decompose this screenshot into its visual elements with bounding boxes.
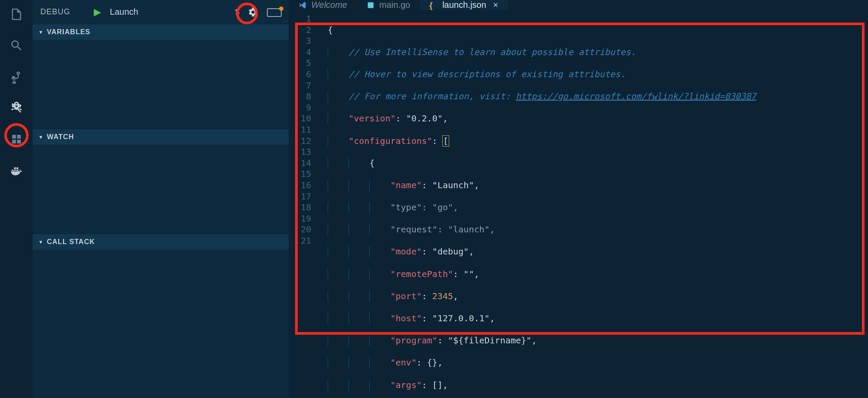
activity-bar bbox=[0, 0, 33, 398]
gear-icon[interactable] bbox=[248, 7, 258, 17]
debug-console-icon[interactable] bbox=[267, 8, 281, 16]
extensions-icon[interactable] bbox=[9, 131, 24, 147]
config-stepper[interactable]: ⇅ bbox=[233, 8, 242, 16]
variables-section: VARIABLES bbox=[33, 24, 289, 40]
tab-label: Welcome bbox=[311, 0, 347, 10]
search-icon[interactable] bbox=[9, 38, 24, 53]
tab-bar: Welcome main.go { } launch.json × bbox=[289, 0, 868, 10]
watch-section: WATCH bbox=[33, 129, 289, 145]
go-file-icon bbox=[366, 1, 375, 10]
debug-icon[interactable] bbox=[9, 100, 24, 116]
source-control-icon[interactable] bbox=[9, 69, 24, 85]
watch-header[interactable]: WATCH bbox=[33, 129, 289, 145]
editor-area: Welcome main.go { } launch.json × 1234 5… bbox=[289, 0, 868, 398]
debug-sidebar: DEBUG ▶ Launch ⇅ VARIABLES WATCH CALL ST… bbox=[33, 0, 289, 398]
callstack-section: CALL STACK bbox=[33, 234, 289, 250]
callstack-body bbox=[33, 250, 289, 398]
tab-main-go[interactable]: main.go bbox=[357, 0, 420, 10]
code-content[interactable]: { // Use IntelliSense to learn about pos… bbox=[322, 10, 868, 398]
svg-rect-1 bbox=[368, 2, 373, 8]
docker-icon[interactable] bbox=[9, 163, 24, 178]
variables-body bbox=[33, 40, 289, 129]
json-file-icon: { } bbox=[429, 1, 438, 10]
debug-config-select[interactable]: Launch bbox=[110, 7, 227, 17]
notification-dot bbox=[279, 7, 283, 11]
tab-welcome[interactable]: Welcome bbox=[289, 0, 357, 10]
variables-header[interactable]: VARIABLES bbox=[33, 24, 289, 40]
files-icon[interactable] bbox=[9, 7, 24, 22]
debug-title: DEBUG bbox=[40, 7, 70, 16]
debug-header: DEBUG ▶ Launch ⇅ bbox=[33, 0, 289, 24]
watch-body bbox=[33, 145, 289, 234]
vscode-icon bbox=[298, 1, 307, 10]
line-gutter: 1234 5678 9101112 13141516 17181920 21 bbox=[289, 10, 322, 398]
tab-launch-json[interactable]: { } launch.json × bbox=[420, 0, 508, 10]
start-debug-button[interactable]: ▶ bbox=[94, 7, 101, 18]
callstack-header[interactable]: CALL STACK bbox=[33, 234, 289, 250]
tab-label: main.go bbox=[379, 0, 410, 10]
close-icon[interactable]: × bbox=[493, 0, 498, 10]
editor-body[interactable]: 1234 5678 9101112 13141516 17181920 21 {… bbox=[289, 10, 868, 398]
tab-label: launch.json bbox=[442, 0, 486, 10]
